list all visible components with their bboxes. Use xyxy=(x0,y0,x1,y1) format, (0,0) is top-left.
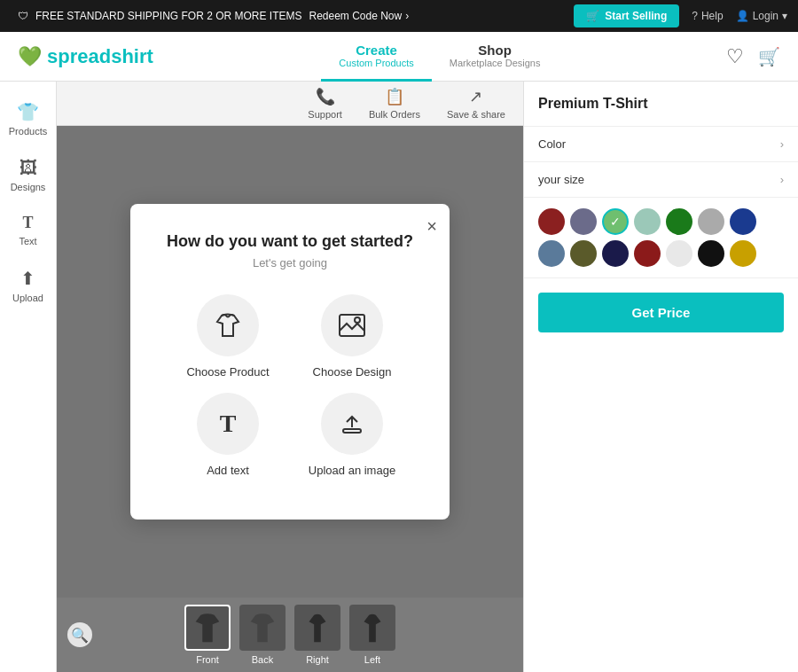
redeem-arrow: › xyxy=(405,10,409,22)
get-started-modal: × How do you want to get started? Let's … xyxy=(130,204,450,520)
start-selling-button[interactable]: 🛒 Start Selling xyxy=(574,4,679,27)
thumb-shirt-left xyxy=(356,610,388,645)
toolbar-bulk-orders[interactable]: 📋 Bulk Orders xyxy=(369,87,420,120)
nav-tabs: Create Custom Products Shop Marketplace … xyxy=(321,32,558,82)
color-swatch-13[interactable] xyxy=(730,240,756,267)
top-bar-right: 🛒 Start Selling ? Help 👤 Login ▾ xyxy=(574,4,787,27)
color-swatch-8[interactable] xyxy=(570,240,597,267)
sidebar: 👕 Products 🖼 Designs T Text ⬆ Upload xyxy=(0,82,57,672)
upload-image-icon xyxy=(321,393,383,455)
thumb-front[interactable]: Front xyxy=(184,605,231,665)
product-title-area: Premium T-Shirt xyxy=(524,82,798,127)
redeem-link[interactable]: Redeem Code Now › xyxy=(309,10,409,22)
products-icon: 👕 xyxy=(17,101,39,122)
thumbnail-strip: 🔍 Front Back xyxy=(57,598,523,672)
add-text-option[interactable]: T Add text xyxy=(175,393,281,477)
thumb-shirt-right xyxy=(301,610,333,645)
wishlist-icon[interactable]: ♡ xyxy=(726,45,744,68)
sidebar-label-products: Products xyxy=(9,126,47,137)
thumb-left[interactable]: Left xyxy=(349,605,395,665)
cart-icon[interactable]: 🛒 xyxy=(758,46,780,67)
color-swatch-7[interactable] xyxy=(538,240,565,267)
upload-image-option[interactable]: Upload an image xyxy=(299,393,405,477)
logo-heart-icon: 💚 xyxy=(18,45,42,68)
announcement-bar: 🛡 FREE STANDARD SHIPPING FOR 2 OR MORE I… xyxy=(0,0,798,32)
shield-icon: 🛡 xyxy=(18,10,28,22)
color-swatch-3[interactable] xyxy=(634,208,661,235)
thumb-back[interactable]: Back xyxy=(239,605,286,665)
add-text-icon: T xyxy=(197,393,259,455)
color-swatch-6[interactable] xyxy=(730,208,756,235)
header-icons: ♡ 🛒 xyxy=(726,45,780,68)
size-option-label: your size xyxy=(538,173,584,186)
choose-product-option[interactable]: Choose Product xyxy=(175,294,281,379)
thumb-front-label: Front xyxy=(196,654,219,665)
right-panel: Premium T-Shirt Color › your size › ✓ Ge… xyxy=(523,82,798,672)
shirt-option-icon xyxy=(214,311,242,340)
announcement-left: 🛡 FREE STANDARD SHIPPING FOR 2 OR MORE I… xyxy=(18,10,409,22)
thumb-left-img xyxy=(349,605,395,651)
logo-text: spreadshirt xyxy=(47,45,153,68)
color-swatch-4[interactable] xyxy=(666,208,692,235)
choose-design-option[interactable]: Choose Design xyxy=(299,294,405,379)
modal-options-row-1: Choose Product Choo xyxy=(166,294,414,379)
sidebar-item-products[interactable]: 👕 Products xyxy=(0,90,56,147)
sidebar-item-upload[interactable]: ⬆ Upload xyxy=(0,257,56,314)
svg-rect-1 xyxy=(340,315,364,336)
thumb-shirt-back xyxy=(246,610,278,645)
sidebar-label-upload: Upload xyxy=(12,293,43,303)
choose-design-label: Choose Design xyxy=(313,365,392,379)
sidebar-item-text[interactable]: T Text xyxy=(0,203,56,257)
zoom-button[interactable]: 🔍 xyxy=(67,622,92,647)
color-swatch-0[interactable] xyxy=(538,208,565,235)
main-canvas: 📞 Support 📋 Bulk Orders ↗ Save & share xyxy=(57,82,523,672)
color-swatch-9[interactable] xyxy=(602,240,629,267)
tab-shop[interactable]: Shop Marketplace Designs xyxy=(432,32,559,82)
color-swatch-11[interactable] xyxy=(666,240,692,267)
color-swatch-5[interactable] xyxy=(698,208,724,235)
upload-option-icon xyxy=(338,410,366,438)
bulk-orders-icon: 📋 xyxy=(385,87,404,106)
choose-product-label: Choose Product xyxy=(186,365,269,379)
choose-product-icon xyxy=(197,294,259,356)
get-price-button[interactable]: Get Price xyxy=(538,293,784,332)
cart-icon-small: 🛒 xyxy=(586,10,599,22)
modal-title: How do you want to get started? xyxy=(166,232,414,251)
thumb-shirt-front xyxy=(192,610,223,645)
logo[interactable]: 💚 spreadshirt xyxy=(18,45,153,68)
modal-options: Choose Product Choo xyxy=(166,294,414,491)
color-swatch-1[interactable] xyxy=(570,208,597,235)
thumb-right-img xyxy=(294,605,340,651)
color-option-label: Color xyxy=(538,137,566,151)
toolbar-save-share[interactable]: ↗ Save & share xyxy=(447,87,505,120)
tab-create[interactable]: Create Custom Products xyxy=(321,32,431,82)
help-link[interactable]: ? Help xyxy=(692,10,723,22)
upload-image-label: Upload an image xyxy=(309,464,395,477)
sidebar-label-designs: Designs xyxy=(11,182,46,192)
thumb-right[interactable]: Right xyxy=(294,605,340,665)
svg-point-2 xyxy=(355,317,360,323)
announcement-text: FREE STANDARD SHIPPING FOR 2 OR MORE ITE… xyxy=(35,10,301,22)
choose-design-icon xyxy=(321,294,383,356)
upload-icon: ⬆ xyxy=(20,268,35,289)
size-chevron-icon: › xyxy=(780,173,784,186)
modal-close-button[interactable]: × xyxy=(426,216,437,237)
size-option[interactable]: your size › xyxy=(524,162,798,198)
modal-options-row-2: T Add text xyxy=(166,393,414,477)
canvas-area: × How do you want to get started? Let's … xyxy=(57,126,523,598)
sidebar-label-text: Text xyxy=(19,236,36,246)
sidebar-item-designs[interactable]: 🖼 Designs xyxy=(0,147,56,203)
thumb-left-label: Left xyxy=(364,654,380,665)
support-icon: 📞 xyxy=(316,87,335,106)
login-link[interactable]: 👤 Login ▾ xyxy=(736,10,787,22)
zoom-icon: 🔍 xyxy=(71,627,89,644)
color-swatch-10[interactable] xyxy=(634,240,661,267)
toolbar-support[interactable]: 📞 Support xyxy=(308,87,342,120)
svg-rect-3 xyxy=(343,429,361,433)
product-title: Premium T-Shirt xyxy=(538,96,784,112)
thumb-back-label: Back xyxy=(252,654,273,665)
color-option[interactable]: Color › xyxy=(524,127,798,162)
color-swatch-2[interactable]: ✓ xyxy=(602,208,629,235)
thumb-back-img xyxy=(239,605,286,651)
color-swatch-12[interactable] xyxy=(698,240,724,267)
